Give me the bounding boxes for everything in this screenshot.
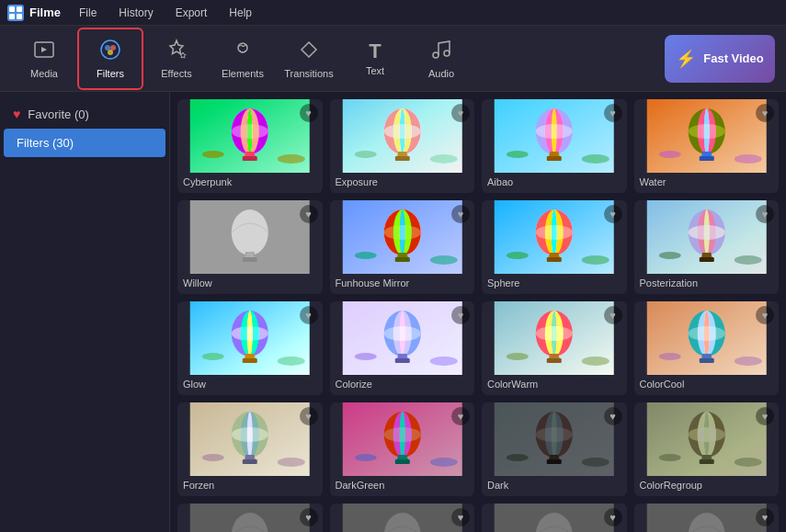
filter-label: Aibao xyxy=(482,173,627,193)
filter-item[interactable]: ♥Posterization xyxy=(634,200,780,294)
svg-rect-21 xyxy=(243,156,257,161)
svg-point-155 xyxy=(383,427,420,442)
favorite-button[interactable]: ♥ xyxy=(451,205,470,223)
menu-help[interactable]: Help xyxy=(225,5,256,21)
favorite-button[interactable]: ♥ xyxy=(451,407,470,425)
filter-item[interactable]: ♥Colorize xyxy=(330,301,475,395)
toolbar-media[interactable]: Media xyxy=(11,28,77,90)
svg-point-6 xyxy=(105,45,110,51)
filter-item[interactable]: ♥ xyxy=(177,504,323,532)
filter-item[interactable]: ♥ xyxy=(330,504,475,532)
svg-point-39 xyxy=(536,124,573,139)
filter-item[interactable]: ♥Funhouse Mirror xyxy=(330,200,475,294)
svg-point-23 xyxy=(278,154,305,164)
filter-item[interactable]: ♥Sphere xyxy=(482,200,627,294)
svg-point-50 xyxy=(688,124,724,139)
filter-item[interactable]: ♥ColorCool xyxy=(634,301,780,395)
filter-thumbnail: ♥ xyxy=(177,200,323,274)
transitions-label: Transitions xyxy=(284,68,333,79)
filter-item[interactable]: ♥ xyxy=(482,504,627,532)
effects-icon xyxy=(165,39,188,64)
filter-item[interactable]: ♥Aibao xyxy=(482,99,627,193)
toolbar-text[interactable]: T Text xyxy=(342,28,408,90)
text-icon: T xyxy=(369,41,381,62)
toolbar-transitions[interactable]: Transitions xyxy=(276,28,342,90)
filter-thumbnail: ♥ xyxy=(177,504,323,532)
svg-point-73 xyxy=(429,255,457,265)
filter-label: ColorWarm xyxy=(482,375,627,395)
svg-point-12 xyxy=(444,51,450,56)
filter-item[interactable]: ♥ xyxy=(634,504,780,532)
filters-label: Filters xyxy=(97,68,124,79)
filter-label: Sphere xyxy=(482,274,627,294)
menu-history[interactable]: History xyxy=(115,5,156,21)
filter-item[interactable]: ♥ColorRegroup xyxy=(634,402,780,496)
favorite-button[interactable]: ♥ xyxy=(604,508,622,526)
sidebar-filters[interactable]: Filters (30) xyxy=(4,129,165,157)
elements-icon xyxy=(232,39,254,64)
svg-point-149 xyxy=(202,454,224,461)
filter-item[interactable]: ♥Willow xyxy=(177,200,323,294)
favorite-button[interactable]: ♥ xyxy=(604,306,622,324)
svg-point-133 xyxy=(688,326,724,341)
filter-item[interactable]: ♥Forzen xyxy=(177,402,323,496)
toolbar-audio[interactable]: Audio xyxy=(408,28,474,90)
filter-label: Glow xyxy=(177,375,323,395)
svg-point-127 xyxy=(507,353,529,360)
favorite-button[interactable]: ♥ xyxy=(756,508,774,526)
favorite-button[interactable]: ♥ xyxy=(756,205,774,223)
svg-point-94 xyxy=(658,252,680,259)
fast-video-button[interactable]: ⚡ Fast Video xyxy=(665,35,775,83)
svg-point-78 xyxy=(536,225,573,240)
svg-point-122 xyxy=(536,326,573,341)
sidebar-favorite[interactable]: ♥ Favorite (0) xyxy=(0,99,169,129)
favorite-button[interactable]: ♥ xyxy=(604,205,622,223)
filter-item[interactable]: ♥Cyberpunk xyxy=(177,99,323,193)
filter-thumbnail: ♥ xyxy=(634,99,780,173)
logo-icon xyxy=(7,5,24,21)
toolbar-elements[interactable]: Elements xyxy=(210,28,276,90)
filter-item[interactable]: ♥ColorWarm xyxy=(482,301,627,395)
filter-item[interactable]: ♥Exposure xyxy=(330,99,475,193)
svg-point-138 xyxy=(658,353,680,360)
favorite-button[interactable]: ♥ xyxy=(451,306,470,324)
favorite-button[interactable]: ♥ xyxy=(451,508,470,526)
filter-label: Exposure xyxy=(330,173,475,193)
filter-item[interactable]: ♥Glow xyxy=(177,301,323,395)
toolbar-filters[interactable]: Filters xyxy=(77,28,143,90)
favorite-button[interactable]: ♥ xyxy=(604,407,622,425)
favorite-button[interactable]: ♥ xyxy=(756,104,774,122)
filter-thumbnail: ♥ xyxy=(634,504,780,532)
svg-marker-10 xyxy=(302,42,316,57)
filter-thumbnail: ♥ xyxy=(330,301,475,375)
menu-file[interactable]: File xyxy=(75,5,100,21)
favorite-button[interactable]: ♥ xyxy=(604,104,622,122)
favorite-button[interactable]: ♥ xyxy=(300,104,318,122)
toolbar-effects[interactable]: Effects xyxy=(143,28,210,90)
favorite-button[interactable]: ♥ xyxy=(300,205,318,223)
filter-thumbnail: ♥ xyxy=(330,402,475,476)
filter-item[interactable]: ♥Water xyxy=(634,99,780,193)
svg-point-11 xyxy=(433,52,439,58)
svg-point-100 xyxy=(232,326,268,341)
svg-point-22 xyxy=(202,151,224,158)
favorite-button[interactable]: ♥ xyxy=(756,407,774,425)
svg-rect-0 xyxy=(9,6,15,12)
svg-point-111 xyxy=(383,326,420,341)
favorite-button[interactable]: ♥ xyxy=(300,407,318,425)
menu-export[interactable]: Export xyxy=(172,5,211,21)
svg-point-117 xyxy=(429,357,457,366)
favorite-label: Favorite (0) xyxy=(28,108,88,121)
favorite-button[interactable]: ♥ xyxy=(451,104,470,122)
filter-thumbnail: ♥ xyxy=(177,402,323,476)
favorite-button[interactable]: ♥ xyxy=(300,306,318,324)
favorite-button[interactable]: ♥ xyxy=(756,306,774,324)
filter-item[interactable]: ♥DarkGreen xyxy=(330,402,475,496)
svg-point-33 xyxy=(354,151,376,158)
filter-thumbnail: ♥ xyxy=(330,200,475,274)
svg-point-55 xyxy=(658,151,680,158)
filter-item[interactable]: ♥Dark xyxy=(482,402,627,496)
favorite-button[interactable]: ♥ xyxy=(300,508,318,526)
app-name: Filme xyxy=(29,6,61,19)
svg-point-67 xyxy=(383,225,420,240)
